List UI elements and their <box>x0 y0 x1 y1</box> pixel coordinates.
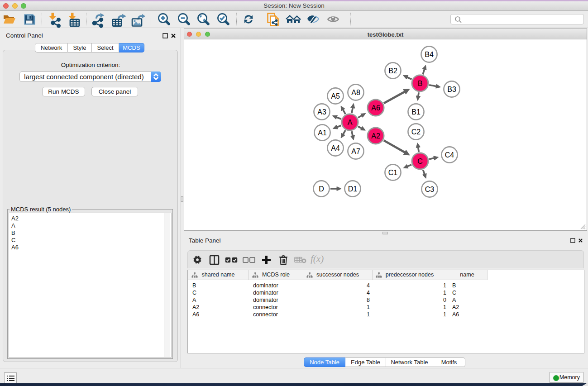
svg-text:B1: B1 <box>411 108 421 116</box>
svg-text:A8: A8 <box>351 89 360 96</box>
svg-text:A1: A1 <box>318 129 327 137</box>
svg-text:B4: B4 <box>425 51 434 58</box>
svg-text:C2: C2 <box>411 128 421 136</box>
svg-text:A2: A2 <box>371 132 380 140</box>
svg-text:C1: C1 <box>388 169 398 176</box>
svg-text:D: D <box>319 185 324 193</box>
svg-text:A: A <box>348 119 353 126</box>
svg-text:C4: C4 <box>445 151 454 159</box>
svg-text:A4: A4 <box>331 144 340 152</box>
svg-text:C3: C3 <box>425 186 435 193</box>
svg-text:D1: D1 <box>348 185 358 193</box>
svg-text:A7: A7 <box>351 148 360 155</box>
svg-text:B2: B2 <box>388 67 397 75</box>
svg-text:B: B <box>418 80 423 87</box>
svg-text:B3: B3 <box>447 86 456 93</box>
svg-text:A3: A3 <box>317 108 326 116</box>
svg-text:A5: A5 <box>331 92 340 100</box>
svg-text:A6: A6 <box>371 104 380 112</box>
svg-text:C: C <box>417 157 423 165</box>
